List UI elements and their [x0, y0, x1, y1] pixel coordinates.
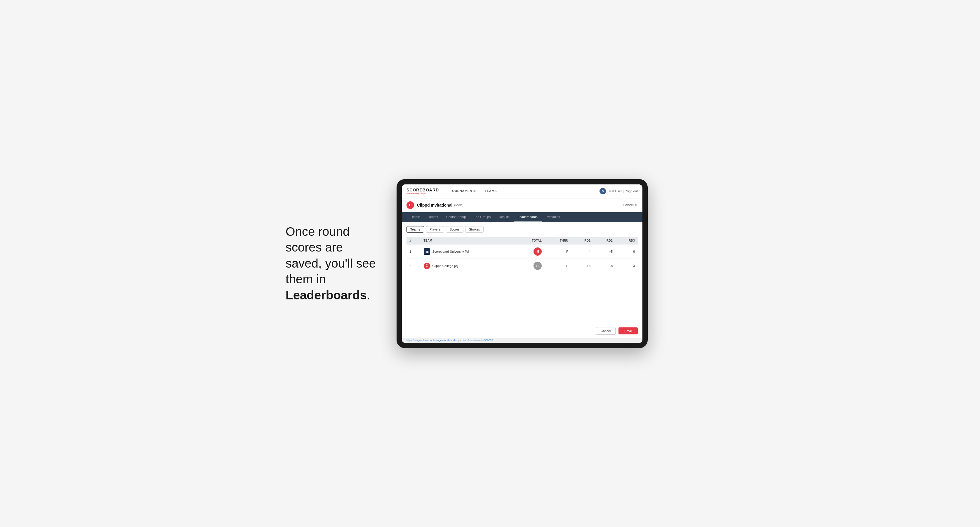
- user-name: Test User |: [608, 189, 624, 193]
- row1-rd1: -4: [571, 244, 593, 259]
- row2-team: C Clippd College [A]: [421, 259, 515, 273]
- tab-course-setup[interactable]: Course Setup: [442, 212, 470, 222]
- col-rank: #: [406, 237, 421, 244]
- sidebar-description: Once round scores are saved, you'll see …: [286, 224, 379, 303]
- col-team: TEAM: [421, 237, 515, 244]
- row1-team-name: Scoreboard University [A]: [433, 250, 469, 253]
- row1-rank: 1: [406, 244, 421, 259]
- row2-rd2: -8: [593, 259, 616, 273]
- tablet-screen: SCOREBOARD Powered by clippd TOURNAMENTS…: [402, 184, 643, 343]
- tab-tee-groups[interactable]: Tee Groups: [470, 212, 495, 222]
- col-rd2: RD2: [593, 237, 616, 244]
- logo-text: SCOREBOARD: [406, 187, 439, 192]
- row1-team: SB Scoreboard University [A]: [421, 244, 515, 259]
- row2-total: +3: [515, 259, 545, 273]
- row2-rd1: +8: [571, 259, 593, 273]
- table-header-row: # TEAM TOTAL THRU RD1 RD2 RD3: [406, 237, 638, 244]
- nav-teams[interactable]: TEAMS: [480, 184, 501, 198]
- tab-details[interactable]: Details: [406, 212, 425, 222]
- logo-area: SCOREBOARD Powered by clippd: [406, 187, 439, 195]
- tournament-name: Clippd Invitational: [417, 203, 452, 208]
- cancel-button[interactable]: Cancel: [596, 327, 616, 335]
- tournament-header: C Clippd Invitational (Men) Cancel ✕: [402, 198, 643, 212]
- svg-text:SB: SB: [425, 251, 429, 253]
- table-row: 1 SB Scoreboard Universit: [406, 244, 638, 259]
- logo-sub: Powered by clippd: [406, 192, 439, 195]
- tournament-icon: C: [406, 202, 414, 209]
- row1-thru: F: [545, 244, 571, 259]
- tournament-gender: (Men): [454, 203, 463, 207]
- sub-navigation: Details Teams Course Setup Tee Groups Re…: [402, 212, 643, 222]
- leaderboard-table: # TEAM TOTAL THRU RD1 RD2 RD3 1: [406, 237, 638, 273]
- cancel-button-top[interactable]: Cancel ✕: [623, 203, 638, 207]
- row1-total-badge: -5: [533, 248, 542, 256]
- content-area: Teams Players Scores Strokes # TEAM TOTA…: [402, 222, 643, 277]
- col-rd3: RD3: [616, 237, 638, 244]
- save-button[interactable]: Save: [619, 327, 638, 334]
- tab-leaderboards[interactable]: Leaderboards: [514, 212, 542, 222]
- row2-rd3: +3: [616, 259, 638, 273]
- tab-teams[interactable]: Teams: [425, 212, 442, 222]
- row2-rank: 2: [406, 259, 421, 273]
- col-thru: THRU: [545, 237, 571, 244]
- row1-total: -5: [515, 244, 545, 259]
- filter-scores-btn[interactable]: Scores: [446, 226, 463, 233]
- table-row: 2 C Clippd College [A] +3 F: [406, 259, 638, 273]
- filter-teams-btn[interactable]: Teams: [406, 226, 424, 233]
- col-total: TOTAL: [515, 237, 545, 244]
- row1-rd3: -6: [616, 244, 638, 259]
- col-rd1: RD1: [571, 237, 593, 244]
- top-navigation: SCOREBOARD Powered by clippd TOURNAMENTS…: [402, 184, 643, 198]
- filter-players-btn[interactable]: Players: [426, 226, 444, 233]
- nav-right: S Test User | Sign out: [600, 188, 638, 194]
- nav-items: TOURNAMENTS TEAMS: [446, 184, 600, 198]
- row2-thru: F: [545, 259, 571, 273]
- row2-team-logo: C: [424, 263, 430, 269]
- row1-rd2: +5: [593, 244, 616, 259]
- tablet-frame: SCOREBOARD Powered by clippd TOURNAMENTS…: [396, 179, 648, 348]
- row2-total-badge: +3: [533, 262, 542, 270]
- url-bar: https://stage-blue-coach.stagescoreboard…: [402, 338, 643, 343]
- tab-printables[interactable]: Printables: [542, 212, 564, 222]
- nav-tournaments[interactable]: TOURNAMENTS: [446, 184, 480, 198]
- row1-team-logo: SB: [424, 248, 430, 255]
- tab-results[interactable]: Results: [495, 212, 514, 222]
- row2-team-name: Clippd College [A]: [433, 264, 458, 268]
- footer-bar: Cancel Save: [402, 324, 643, 338]
- user-avatar: S: [600, 188, 606, 194]
- filter-buttons: Teams Players Scores Strokes: [406, 226, 638, 233]
- filter-strokes-btn[interactable]: Strokes: [465, 226, 484, 233]
- sign-out-link[interactable]: Sign out: [626, 189, 638, 193]
